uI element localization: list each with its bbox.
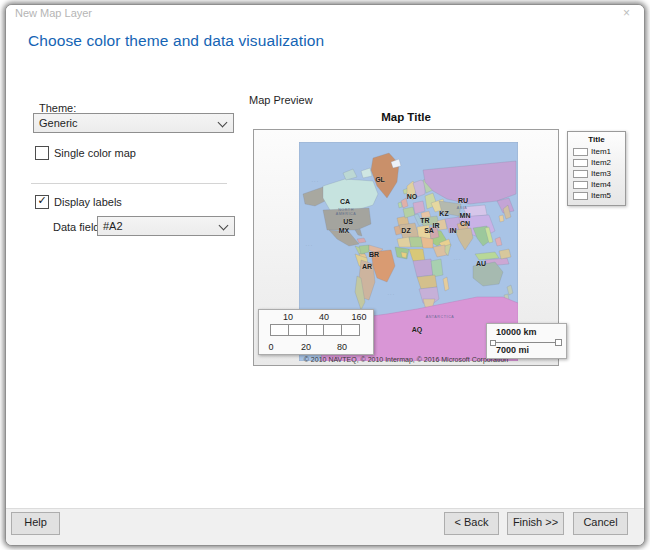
help-button[interactable]: Help <box>11 512 60 535</box>
legend-item-label: Item1 <box>591 147 611 156</box>
data-field-label: Data field: <box>53 221 103 233</box>
separator <box>31 183 227 184</box>
svg-text:KZ: KZ <box>439 210 449 217</box>
svg-text:CA: CA <box>340 198 350 205</box>
legend-item: Item4 <box>568 179 625 190</box>
close-icon[interactable]: × <box>623 6 630 20</box>
svg-text:AR: AR <box>362 263 372 270</box>
color-scale-tick: 160 <box>351 312 366 322</box>
legend-swatch <box>573 192 588 200</box>
color-scale-bar <box>270 324 360 336</box>
data-field-select[interactable]: #A2 <box>97 216 235 236</box>
legend-item: Item5 <box>568 190 625 201</box>
legend-item-label: Item4 <box>591 180 611 189</box>
window-title: New Map Layer <box>15 7 92 19</box>
color-scale-tick: 0 <box>268 342 273 352</box>
color-scale-tick: 10 <box>283 312 293 322</box>
titlebar: New Map Layer × <box>6 5 644 21</box>
chevron-down-icon <box>218 118 228 128</box>
color-scale-tick: 40 <box>319 312 329 322</box>
svg-text:- - -: - - - <box>454 257 461 261</box>
single-color-map-checkbox[interactable] <box>35 146 49 160</box>
svg-text:BR: BR <box>369 251 379 258</box>
svg-text:NO: NO <box>407 193 418 200</box>
svg-text:DZ: DZ <box>401 227 411 234</box>
svg-text:AQ: AQ <box>412 326 423 334</box>
map-legend: Title Item1Item2Item3Item4Item5 <box>567 131 626 206</box>
svg-text:MN: MN <box>460 212 471 219</box>
svg-text:- - -: - - - <box>312 179 319 183</box>
svg-text:US: US <box>343 218 353 225</box>
legend-item-label: Item2 <box>591 158 611 167</box>
svg-text:TR: TR <box>420 217 429 224</box>
distance-km-label: 10000 km <box>496 327 537 337</box>
display-labels-checkbox[interactable] <box>35 195 49 209</box>
scale-end-right <box>555 339 562 346</box>
cancel-button[interactable]: Cancel <box>573 512 628 535</box>
map-preview-label: Map Preview <box>249 94 313 106</box>
svg-text:ASIA: ASIA <box>457 206 468 210</box>
svg-text:SA: SA <box>424 227 434 234</box>
theme-select[interactable]: Generic <box>33 113 234 133</box>
svg-text:CN: CN <box>460 220 470 227</box>
legend-title: Title <box>568 135 625 144</box>
color-scale-tick: 20 <box>301 342 311 352</box>
svg-text:- - -: - - - <box>388 292 395 296</box>
screenshot: New Map Layer × Choose color theme and d… <box>0 0 650 550</box>
map-title: Map Title <box>253 111 559 123</box>
legend-swatch <box>573 181 588 189</box>
svg-text:AU: AU <box>476 260 486 267</box>
legend-swatch <box>573 148 588 156</box>
legend-swatch <box>573 170 588 178</box>
distance-scale: 10000 km 7000 mi <box>486 323 567 359</box>
wizard-window: New Map Layer × Choose color theme and d… <box>5 4 645 546</box>
data-field-select-value: #A2 <box>103 220 123 232</box>
theme-select-value: Generic <box>39 117 78 129</box>
back-button[interactable]: < Back <box>444 512 499 535</box>
display-labels-label: Display labels <box>54 196 122 208</box>
svg-text:IN: IN <box>450 227 457 234</box>
svg-text:MX: MX <box>339 227 350 234</box>
legend-swatch <box>573 159 588 167</box>
svg-text:GL: GL <box>375 176 385 183</box>
single-color-map-label: Single color map <box>54 147 136 159</box>
page-title: Choose color theme and data visualizatio… <box>28 32 324 50</box>
color-scale: 104016002080 <box>258 309 374 355</box>
legend-item: Item3 <box>568 168 625 179</box>
svg-text:RU: RU <box>458 197 468 204</box>
chevron-down-icon <box>219 221 229 231</box>
legend-item: Item1 <box>568 146 625 157</box>
distance-mi-label: 7000 mi <box>496 345 529 355</box>
finish-button[interactable]: Finish >> <box>507 512 564 535</box>
legend-items: Item1Item2Item3Item4Item5 <box>568 146 625 201</box>
color-scale-tick: 80 <box>337 342 347 352</box>
distance-scale-track <box>490 342 562 343</box>
svg-text:AMERICA: AMERICA <box>336 212 357 216</box>
legend-item: Item2 <box>568 157 625 168</box>
legend-item-label: Item3 <box>591 169 611 178</box>
svg-text:- - -: - - - <box>306 243 313 247</box>
svg-text:ANTARCTICA: ANTARCTICA <box>426 315 455 319</box>
legend-item-label: Item5 <box>591 191 611 200</box>
